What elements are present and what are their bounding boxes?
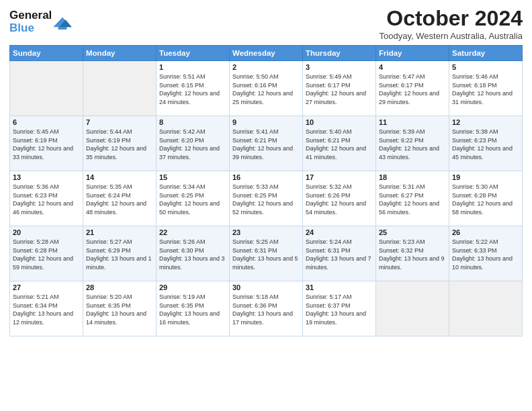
calendar-cell: 2Sunrise: 5:50 AM Sunset: 6:16 PM Daylig… [230,61,303,116]
calendar-cell: 3Sunrise: 5:49 AM Sunset: 6:17 PM Daylig… [303,61,376,116]
day-number: 31 [306,283,373,291]
calendar-cell: 18Sunrise: 5:31 AM Sunset: 6:27 PM Dayli… [376,171,449,226]
calendar-cell: 9Sunrise: 5:41 AM Sunset: 6:21 PM Daylig… [230,116,303,171]
calendar-cell: 29Sunrise: 5:19 AM Sunset: 6:35 PM Dayli… [157,281,230,336]
calendar-cell: 23Sunrise: 5:25 AM Sunset: 6:31 PM Dayli… [230,226,303,281]
day-info: Sunrise: 5:45 AM Sunset: 6:19 PM Dayligh… [13,128,80,161]
calendar-cell [449,281,523,336]
day-info: Sunrise: 5:23 AM Sunset: 6:32 PM Dayligh… [379,238,446,271]
col-header-tuesday: Tuesday [157,46,230,61]
day-info: Sunrise: 5:38 AM Sunset: 6:23 PM Dayligh… [452,128,519,161]
calendar: SundayMondayTuesdayWednesdayThursdayFrid… [9,45,523,336]
day-info: Sunrise: 5:41 AM Sunset: 6:21 PM Dayligh… [232,128,300,161]
calendar-cell: 6Sunrise: 5:45 AM Sunset: 6:19 PM Daylig… [10,116,83,171]
col-header-thursday: Thursday [303,46,376,61]
day-info: Sunrise: 5:40 AM Sunset: 6:21 PM Dayligh… [306,128,373,161]
day-info: Sunrise: 5:34 AM Sunset: 6:25 PM Dayligh… [159,183,226,216]
day-number: 5 [452,63,519,71]
day-info: Sunrise: 5:35 AM Sunset: 6:24 PM Dayligh… [86,183,153,216]
subtitle: Toodyay, Western Australia, Australia [380,31,523,41]
day-number: 12 [452,118,519,126]
day-number: 7 [86,118,153,126]
page: GeneralBlue October 2024 Toodyay, Wester… [0,0,532,411]
calendar-cell: 15Sunrise: 5:34 AM Sunset: 6:25 PM Dayli… [157,171,230,226]
day-info: Sunrise: 5:32 AM Sunset: 6:26 PM Dayligh… [306,183,373,216]
day-info: Sunrise: 5:47 AM Sunset: 6:17 PM Dayligh… [379,73,446,106]
day-number: 26 [452,228,519,236]
day-number: 21 [86,228,153,236]
day-number: 22 [159,228,226,236]
day-info: Sunrise: 5:50 AM Sunset: 6:16 PM Dayligh… [232,73,300,106]
logo-text: GeneralBlue [9,9,52,34]
calendar-cell [376,281,449,336]
calendar-cell: 22Sunrise: 5:26 AM Sunset: 6:30 PM Dayli… [157,226,230,281]
calendar-cell [83,61,157,116]
day-info: Sunrise: 5:36 AM Sunset: 6:23 PM Dayligh… [13,183,80,216]
calendar-cell: 14Sunrise: 5:35 AM Sunset: 6:24 PM Dayli… [83,171,157,226]
calendar-cell: 7Sunrise: 5:44 AM Sunset: 6:19 PM Daylig… [83,116,157,171]
calendar-cell: 24Sunrise: 5:24 AM Sunset: 6:31 PM Dayli… [303,226,376,281]
calendar-cell: 16Sunrise: 5:33 AM Sunset: 6:25 PM Dayli… [230,171,303,226]
day-info: Sunrise: 5:21 AM Sunset: 6:34 PM Dayligh… [13,293,80,326]
day-number: 30 [232,283,300,291]
month-title: October 2024 [380,7,523,30]
calendar-cell: 13Sunrise: 5:36 AM Sunset: 6:23 PM Dayli… [10,171,83,226]
calendar-cell: 4Sunrise: 5:47 AM Sunset: 6:17 PM Daylig… [376,61,449,116]
calendar-cell: 12Sunrise: 5:38 AM Sunset: 6:23 PM Dayli… [449,116,523,171]
day-info: Sunrise: 5:51 AM Sunset: 6:15 PM Dayligh… [159,73,226,106]
day-info: Sunrise: 5:49 AM Sunset: 6:17 PM Dayligh… [306,73,373,106]
calendar-cell: 21Sunrise: 5:27 AM Sunset: 6:29 PM Dayli… [83,226,157,281]
day-number: 13 [13,173,80,181]
day-number: 19 [452,173,519,181]
day-number: 2 [232,63,300,71]
day-number: 8 [159,118,226,126]
calendar-cell: 8Sunrise: 5:42 AM Sunset: 6:20 PM Daylig… [157,116,230,171]
calendar-cell: 19Sunrise: 5:30 AM Sunset: 6:28 PM Dayli… [449,171,523,226]
day-info: Sunrise: 5:19 AM Sunset: 6:35 PM Dayligh… [159,293,226,326]
calendar-cell: 11Sunrise: 5:39 AM Sunset: 6:22 PM Dayli… [376,116,449,171]
day-info: Sunrise: 5:27 AM Sunset: 6:29 PM Dayligh… [86,238,153,271]
col-header-sunday: Sunday [10,46,83,61]
calendar-cell: 26Sunrise: 5:22 AM Sunset: 6:33 PM Dayli… [449,226,523,281]
day-info: Sunrise: 5:39 AM Sunset: 6:22 PM Dayligh… [379,128,446,161]
day-number: 23 [232,228,300,236]
calendar-cell: 17Sunrise: 5:32 AM Sunset: 6:26 PM Dayli… [303,171,376,226]
day-info: Sunrise: 5:28 AM Sunset: 6:28 PM Dayligh… [13,238,80,271]
day-info: Sunrise: 5:33 AM Sunset: 6:25 PM Dayligh… [232,183,300,216]
day-info: Sunrise: 5:22 AM Sunset: 6:33 PM Dayligh… [452,238,519,271]
day-number: 18 [379,173,446,181]
day-number: 3 [306,63,373,71]
day-number: 17 [306,173,373,181]
calendar-cell: 20Sunrise: 5:28 AM Sunset: 6:28 PM Dayli… [10,226,83,281]
day-number: 10 [306,118,373,126]
col-header-monday: Monday [83,46,157,61]
calendar-cell: 10Sunrise: 5:40 AM Sunset: 6:21 PM Dayli… [303,116,376,171]
col-header-saturday: Saturday [449,46,523,61]
calendar-cell: 1Sunrise: 5:51 AM Sunset: 6:15 PM Daylig… [157,61,230,116]
calendar-cell: 5Sunrise: 5:46 AM Sunset: 6:18 PM Daylig… [449,61,523,116]
svg-marker-0 [54,17,73,29]
day-number: 6 [13,118,80,126]
day-info: Sunrise: 5:26 AM Sunset: 6:30 PM Dayligh… [159,238,226,271]
calendar-cell [10,61,83,116]
day-number: 28 [86,283,153,291]
logo-icon [53,15,72,30]
header: GeneralBlue October 2024 Toodyay, Wester… [9,7,523,41]
day-number: 15 [159,173,226,181]
day-info: Sunrise: 5:44 AM Sunset: 6:19 PM Dayligh… [86,128,153,161]
day-info: Sunrise: 5:24 AM Sunset: 6:31 PM Dayligh… [306,238,373,271]
day-info: Sunrise: 5:20 AM Sunset: 6:35 PM Dayligh… [86,293,153,326]
day-number: 11 [379,118,446,126]
day-number: 24 [306,228,373,236]
day-number: 29 [159,283,226,291]
calendar-cell: 30Sunrise: 5:18 AM Sunset: 6:36 PM Dayli… [230,281,303,336]
calendar-cell: 27Sunrise: 5:21 AM Sunset: 6:34 PM Dayli… [10,281,83,336]
day-number: 27 [13,283,80,291]
day-number: 9 [232,118,300,126]
day-number: 25 [379,228,446,236]
day-info: Sunrise: 5:17 AM Sunset: 6:37 PM Dayligh… [306,293,373,326]
day-info: Sunrise: 5:18 AM Sunset: 6:36 PM Dayligh… [232,293,300,326]
day-number: 1 [159,63,226,71]
day-number: 20 [13,228,80,236]
col-header-wednesday: Wednesday [230,46,303,61]
